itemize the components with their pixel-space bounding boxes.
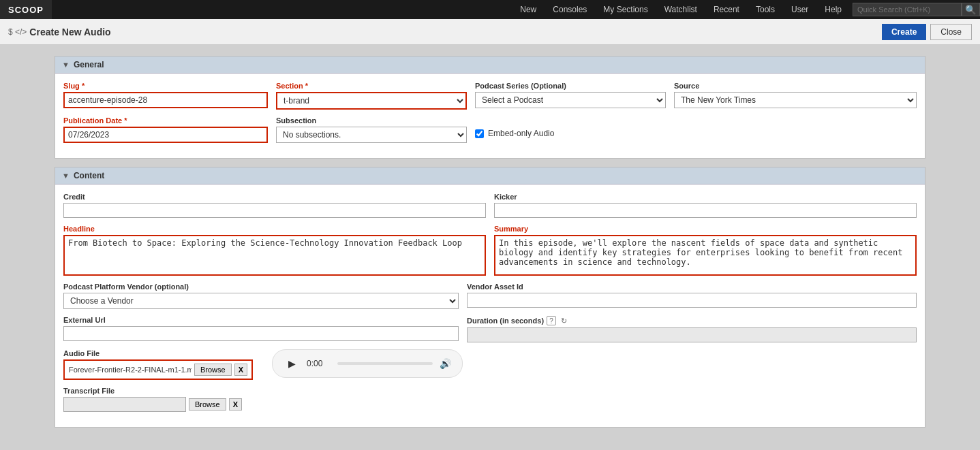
podcast-group: Podcast Series (Optional) Select a Podca… (475, 82, 666, 108)
content-panel-body: Credit Kicker Headline From Biotech to S… (55, 184, 925, 427)
nav-recent[interactable]: Recent (705, 0, 748, 19)
nav-consoles[interactable]: Consoles (545, 0, 595, 19)
audio-remove-button[interactable]: X (234, 364, 247, 376)
nav-my-sections[interactable]: My Sections (595, 0, 656, 19)
page-title: Create New Audio (29, 27, 110, 37)
subsection-label: Subsection (276, 116, 467, 125)
nav-help[interactable]: Help (816, 0, 850, 19)
transcript-remove-button[interactable]: X (229, 398, 242, 411)
general-row-1: Slug * Section * t-brand Podcast Series … (63, 82, 917, 110)
audio-file-label: Audio File (63, 349, 253, 357)
general-panel-body: Slug * Section * t-brand Podcast Series … (55, 74, 925, 158)
content-row-2: Headline From Biotech to Space: Explorin… (63, 225, 917, 276)
nav-tools[interactable]: Tools (748, 0, 783, 19)
close-button[interactable]: Close (930, 24, 972, 40)
main-content: ▼ General Slug * Section * t-brand Podca… (0, 45, 980, 447)
duration-group: Duration (in seconds) ? ↻ (467, 316, 917, 342)
logo-text: SCOOP (8, 5, 44, 15)
help-icon[interactable]: ? (547, 316, 556, 325)
slug-group: Slug * (63, 82, 268, 108)
headline-group: Headline From Biotech to Space: Explorin… (63, 225, 486, 276)
logo: SCOOP (0, 0, 52, 19)
collapse-icon[interactable]: ▼ (62, 61, 70, 69)
title-icon: $ </> (8, 27, 27, 37)
vendor-asset-input[interactable] (467, 293, 917, 308)
podcast-label: Podcast Series (Optional) (475, 82, 666, 90)
refresh-icon[interactable]: ↻ (559, 316, 568, 325)
source-group: Source The New York Times (674, 82, 917, 108)
transcript-file-name[interactable] (63, 397, 186, 412)
duration-label-row: Duration (in seconds) ? ↻ (467, 316, 917, 325)
collapse-content-icon[interactable]: ▼ (62, 172, 70, 180)
content-row-3: Podcast Platform Vendor (optional) Choos… (63, 283, 917, 309)
summary-label: Summary (494, 225, 917, 233)
pubdate-group: Publication Date * (63, 116, 268, 143)
podcast-select[interactable]: Select a Podcast (475, 92, 666, 108)
slug-input[interactable] (63, 92, 268, 108)
summary-textarea[interactable]: In this episode, we'll explore the nasce… (494, 235, 917, 276)
vendor-asset-group: Vendor Asset Id (467, 283, 917, 308)
embed-check-group: Embed-only Audio (475, 129, 554, 138)
duration-input[interactable] (467, 327, 917, 342)
general-panel-title: General (74, 60, 104, 69)
content-panel-title: Content (74, 171, 104, 180)
kicker-label: Kicker (494, 193, 917, 201)
content-row-1: Credit Kicker (63, 193, 917, 218)
vendor-select[interactable]: Choose a Vendor (63, 293, 459, 309)
content-row-4: External Url Duration (in seconds) ? ↻ (63, 316, 917, 342)
transcript-file-inner: Browse X (63, 397, 242, 412)
content-panel: ▼ Content Credit Kicker Headline From Bi… (55, 167, 925, 428)
pubdate-label: Publication Date * (63, 116, 268, 125)
transcript-file-label: Transcript File (63, 387, 242, 395)
vendor-label: Podcast Platform Vendor (optional) (63, 283, 459, 291)
content-panel-header: ▼ Content (55, 167, 925, 184)
toolbar: $ </> Create New Audio Create Close (0, 19, 980, 45)
ext-url-label: External Url (63, 316, 459, 324)
nav-new[interactable]: New (512, 0, 545, 19)
progress-bar[interactable] (337, 362, 433, 365)
general-panel-header: ▼ General (55, 57, 925, 74)
nav-user[interactable]: User (783, 0, 816, 19)
summary-group: Summary In this episode, we'll explore t… (494, 225, 917, 276)
pubdate-input[interactable] (63, 127, 268, 143)
volume-icon[interactable]: 🔊 (440, 358, 451, 369)
transcript-file-group: Transcript File Browse X (63, 387, 242, 412)
vendor-group: Podcast Platform Vendor (optional) Choos… (63, 283, 459, 309)
audio-browse-button[interactable]: Browse (194, 364, 232, 376)
credit-group: Credit (63, 193, 486, 218)
create-button[interactable]: Create (882, 24, 926, 40)
search-box: 🔍 (853, 3, 980, 16)
audio-time: 0:00 (307, 359, 331, 368)
content-row-6: Transcript File Browse X (63, 387, 917, 412)
ext-url-input[interactable] (63, 326, 459, 341)
kicker-group: Kicker (494, 193, 917, 218)
general-row-2: Publication Date * Subsection No subsect… (63, 116, 917, 143)
nav-watchlist[interactable]: Watchlist (656, 0, 705, 19)
vendor-asset-label: Vendor Asset Id (467, 283, 917, 291)
content-row-5: Audio File Forever-Frontier-R2-2-FINAL-m… (63, 349, 917, 380)
search-button[interactable]: 🔍 (962, 3, 980, 16)
source-label: Source (674, 82, 917, 90)
top-nav: SCOOP New Consoles My Sections Watchlist… (0, 0, 980, 19)
ext-url-group: External Url (63, 316, 459, 341)
section-group: Section * t-brand (276, 82, 467, 110)
headline-label: Headline (63, 225, 486, 233)
source-select[interactable]: The New York Times (674, 92, 917, 108)
embed-checkbox[interactable] (475, 129, 484, 138)
credit-input[interactable] (63, 203, 486, 218)
search-input[interactable] (853, 3, 962, 16)
kicker-input[interactable] (494, 203, 917, 218)
nav-items: New Consoles My Sections Watchlist Recen… (512, 0, 980, 19)
audio-file-group: Audio File Forever-Frontier-R2-2-FINAL-m… (63, 349, 253, 380)
credit-label: Credit (63, 193, 486, 201)
subsection-group: Subsection No subsections. (276, 116, 467, 143)
subsection-select[interactable]: No subsections. (276, 127, 467, 143)
audio-file-name: Forever-Frontier-R2-2-FINAL-m1-1.m (69, 366, 192, 374)
audio-player: ▶ 0:00 🔊 (272, 349, 463, 378)
duration-label: Duration (in seconds) (467, 317, 544, 325)
toolbar-buttons: Create Close (882, 24, 972, 40)
transcript-browse-button[interactable]: Browse (189, 398, 226, 411)
play-button[interactable]: ▶ (284, 355, 300, 372)
section-select[interactable]: t-brand (276, 92, 467, 110)
headline-textarea[interactable]: From Biotech to Space: Exploring the Sci… (63, 235, 486, 276)
